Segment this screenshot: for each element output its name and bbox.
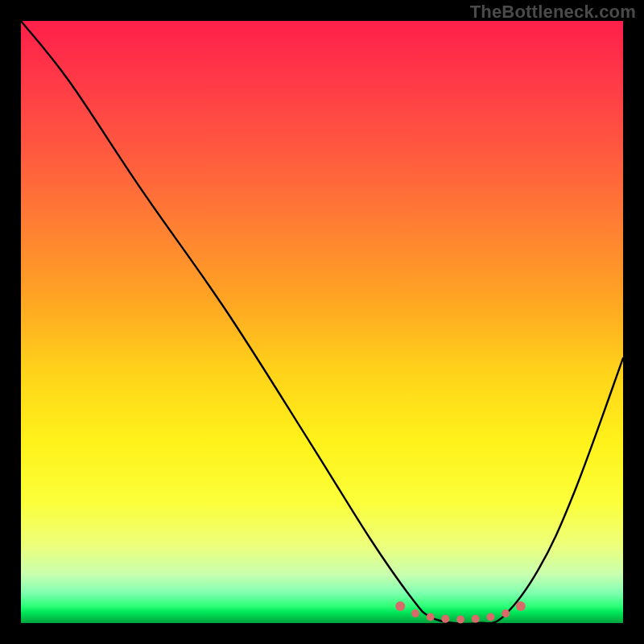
optimal-range-dot — [486, 613, 494, 621]
bottleneck-curve — [21, 21, 623, 624]
optimal-range-markers — [395, 601, 526, 623]
optimal-range-dot — [456, 616, 464, 624]
watermark-text: TheBottleneck.com — [470, 2, 636, 23]
optimal-range-dot — [395, 601, 405, 611]
optimal-range-dot — [411, 609, 419, 617]
optimal-range-dot — [427, 613, 435, 621]
optimal-range-dot — [441, 615, 449, 623]
optimal-range-dot — [472, 615, 480, 623]
optimal-range-dot — [516, 601, 526, 611]
bottleneck-curve-path — [21, 21, 623, 624]
curve-layer — [21, 21, 623, 623]
optimal-range-dot — [502, 609, 510, 617]
plot-area — [21, 21, 623, 623]
chart-frame: TheBottleneck.com — [0, 0, 644, 644]
